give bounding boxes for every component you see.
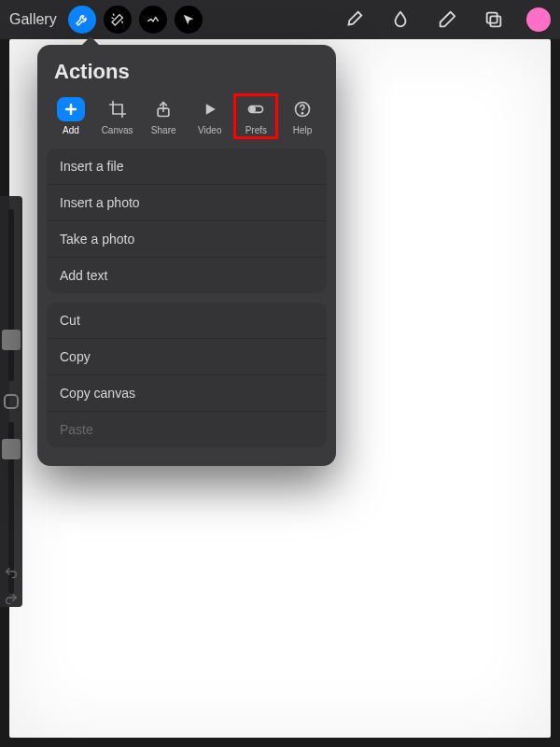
toggle-icon [246, 100, 265, 119]
add-text-item[interactable]: Add text [47, 258, 327, 293]
brush-icon [343, 9, 364, 30]
insert-group: Insert a file Insert a photo Take a phot… [47, 148, 327, 293]
wrench-icon [75, 12, 90, 27]
svg-point-4 [251, 107, 256, 112]
modify-button[interactable] [4, 394, 19, 409]
eraser-icon [437, 9, 457, 30]
adjustments-button[interactable] [104, 6, 132, 34]
wand-icon [110, 12, 125, 27]
side-toolbar [0, 196, 22, 607]
redo-icon[interactable] [4, 592, 19, 607]
smudge-icon [390, 9, 411, 30]
tab-add[interactable]: Add [50, 95, 91, 137]
smudge-tool[interactable] [386, 6, 414, 34]
share-icon [154, 100, 173, 119]
insert-file-item[interactable]: Insert a file [47, 148, 327, 185]
layers-button[interactable] [480, 6, 508, 34]
color-swatch[interactable] [526, 7, 551, 32]
take-photo-item[interactable]: Take a photo [47, 221, 327, 258]
selection-icon [146, 12, 161, 27]
tab-help[interactable]: Help [282, 95, 323, 137]
copy-canvas-item[interactable]: Copy canvas [47, 375, 327, 412]
undo-redo-group [0, 560, 22, 613]
gallery-button[interactable]: Gallery [9, 11, 57, 28]
tab-label: Help [293, 125, 313, 135]
actions-popover: Actions Add Canvas Share Video Prefs Hel… [37, 45, 336, 466]
brush-size-slider[interactable] [8, 209, 14, 381]
actions-button[interactable] [68, 6, 96, 34]
actions-tab-row: Add Canvas Share Video Prefs Help [37, 93, 336, 148]
svg-rect-1 [490, 16, 500, 26]
cut-item[interactable]: Cut [47, 303, 327, 339]
tab-label: Prefs [245, 125, 267, 135]
copy-item[interactable]: Copy [47, 339, 327, 375]
tab-prefs[interactable]: Prefs [235, 95, 276, 137]
opacity-knob[interactable] [2, 439, 21, 459]
svg-rect-0 [487, 13, 497, 23]
paste-item: Paste [47, 412, 327, 447]
transform-button[interactable] [175, 6, 203, 34]
insert-photo-item[interactable]: Insert a photo [47, 185, 327, 221]
tab-label: Video [198, 125, 221, 135]
cursor-icon [181, 12, 196, 27]
tab-label: Share [151, 125, 176, 135]
play-icon [201, 100, 219, 119]
help-icon [293, 100, 312, 119]
layers-icon [483, 9, 504, 30]
undo-icon[interactable] [4, 566, 19, 581]
selection-button[interactable] [139, 6, 167, 34]
tab-label: Canvas [102, 125, 133, 135]
popover-title: Actions [37, 45, 336, 93]
tab-video[interactable]: Video [189, 95, 231, 137]
eraser-tool[interactable] [433, 6, 461, 34]
tab-canvas[interactable]: Canvas [97, 95, 138, 137]
clipboard-group: Cut Copy Copy canvas Paste [47, 303, 327, 447]
crop-icon [108, 100, 127, 119]
brush-tool[interactable] [340, 6, 368, 34]
plus-icon [62, 100, 80, 119]
top-toolbar: Gallery [0, 0, 560, 39]
tab-label: Add [63, 125, 79, 135]
tab-share[interactable]: Share [143, 95, 184, 137]
brush-size-knob[interactable] [2, 330, 21, 350]
svg-point-6 [301, 113, 302, 114]
